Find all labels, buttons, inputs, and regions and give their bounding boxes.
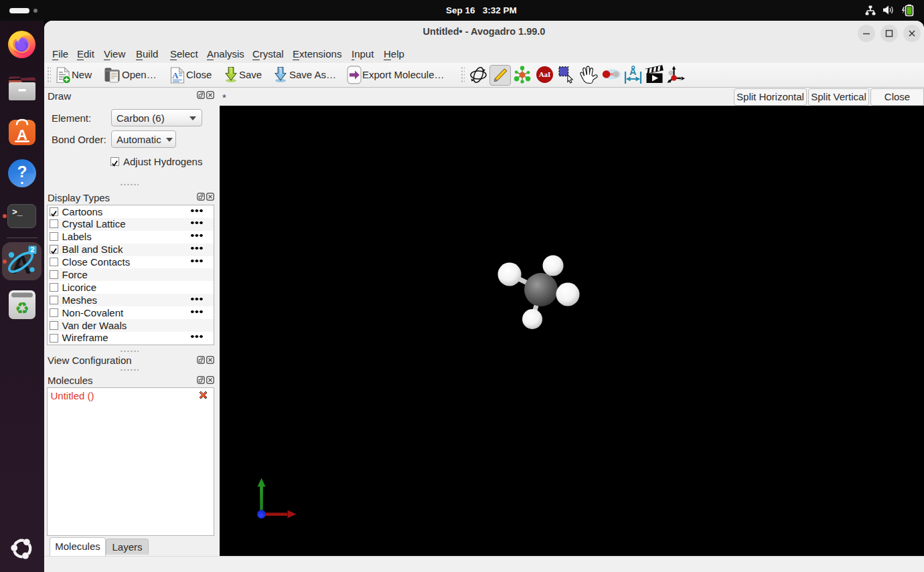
svg-text:A: A <box>172 70 179 80</box>
svg-text:?: ? <box>17 163 27 181</box>
svg-text:2: 2 <box>31 246 35 254</box>
svg-text:A: A <box>629 66 637 77</box>
svg-text:♻: ♻ <box>15 299 29 317</box>
svg-text:>_: >_ <box>12 207 23 217</box>
